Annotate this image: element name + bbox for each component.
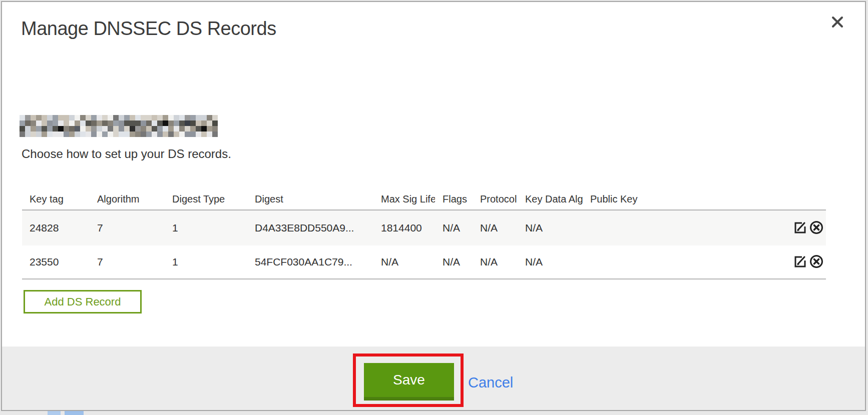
table-row: 24828 7 1 D4A33E8DD550A9... 1814400 N/A … (22, 210, 826, 246)
column-header-digest: Digest (247, 194, 373, 205)
edit-record-button[interactable] (792, 254, 808, 270)
cell-flags: N/A (435, 256, 473, 268)
cell-key-data-alg: N/A (518, 222, 583, 234)
delete-record-button[interactable] (808, 254, 824, 270)
delete-record-button[interactable] (808, 220, 824, 236)
close-button[interactable] (830, 15, 845, 30)
table-header-row: Key tag Algorithm Digest Type Digest Max… (22, 188, 826, 210)
cell-algorithm: 7 (90, 222, 165, 234)
edit-icon (792, 220, 807, 236)
ds-records-table: Key tag Algorithm Digest Type Digest Max… (22, 188, 826, 280)
save-button[interactable]: Save (364, 363, 454, 400)
column-header-protocol: Protocol (473, 194, 518, 205)
cell-max-sig-life: 1814400 (373, 222, 435, 234)
column-header-max-sig-life: Max Sig Life (373, 194, 435, 205)
edit-icon (792, 254, 807, 270)
redacted-domain-name (20, 115, 218, 137)
cell-protocol: N/A (473, 222, 518, 234)
column-header-key-data-alg: Key Data Alg (518, 194, 583, 205)
delete-icon (809, 254, 824, 270)
instruction-text: Choose how to set up your DS records. (22, 147, 231, 161)
column-header-flags: Flags (435, 194, 473, 205)
cell-protocol: N/A (473, 256, 518, 268)
column-header-key-tag: Key tag (22, 194, 90, 205)
cell-max-sig-life: N/A (373, 256, 435, 268)
cell-key-tag: 23550 (22, 256, 90, 268)
edit-record-button[interactable] (792, 220, 808, 236)
delete-icon (809, 220, 824, 236)
cell-key-tag: 24828 (22, 222, 90, 234)
manage-dnssec-dialog: Manage DNSSEC DS Records Choose how to s… (1, 1, 866, 411)
table-row: 23550 7 1 54FCF030AA1C79... N/A N/A N/A … (22, 246, 826, 280)
dialog-title: Manage DNSSEC DS Records (21, 18, 276, 40)
cell-digest: D4A33E8DD550A9... (247, 222, 373, 234)
column-header-public-key: Public Key (583, 194, 778, 205)
cell-digest-type: 1 (165, 222, 247, 234)
column-header-digest-type: Digest Type (165, 194, 247, 205)
cancel-link[interactable]: Cancel (468, 374, 513, 391)
cell-digest: 54FCF030AA1C79... (247, 256, 373, 268)
close-icon (831, 16, 844, 30)
cell-key-data-alg: N/A (518, 256, 583, 268)
cell-algorithm: 7 (90, 256, 165, 268)
cell-digest-type: 1 (165, 256, 247, 268)
column-header-algorithm: Algorithm (90, 194, 165, 205)
underlying-page-fragment (65, 411, 84, 415)
cell-flags: N/A (435, 222, 473, 234)
add-ds-record-button[interactable]: Add DS Record (24, 290, 142, 314)
underlying-page-fragment (48, 411, 61, 415)
